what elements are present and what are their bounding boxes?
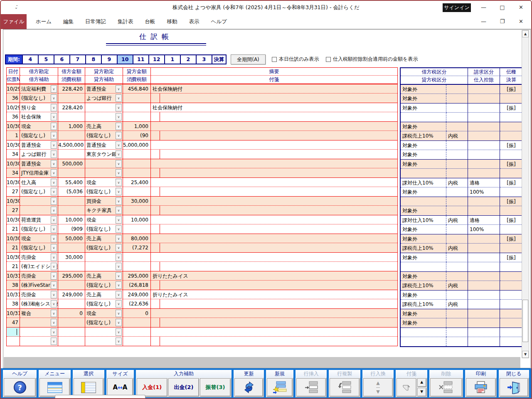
cell-tag[interactable] xyxy=(151,187,397,196)
journal-row[interactable]: 10/30 ∨ 買掛金∨ 30,000 27 ∨ キクチ家具∨ xyxy=(7,197,397,215)
cell-date[interactable]: 10/30 xyxy=(7,159,20,168)
dropdown-arrow-icon[interactable]: ∨ xyxy=(51,188,57,195)
cell-debit-account[interactable]: 複合∨ xyxy=(20,309,58,318)
cell-summary[interactable] xyxy=(151,178,397,187)
dropdown-arrow-icon[interactable]: ∨ xyxy=(51,160,57,167)
dropdown-arrow-icon[interactable]: ∨ xyxy=(51,132,57,139)
cell-debit-tax-class[interactable]: 対象外 xyxy=(401,291,446,300)
cell-debit-tax-class[interactable]: 対象外 xyxy=(401,141,446,150)
cell-date[interactable]: 10/30 xyxy=(7,234,20,243)
cell-debit-sub[interactable]: (指定なし)∨ xyxy=(20,243,58,252)
cell-debit-sub[interactable]: ∨ xyxy=(20,206,58,215)
cell-debit-tax[interactable] xyxy=(58,206,85,215)
dropdown-arrow-icon[interactable]: ∨ xyxy=(116,94,122,102)
menu-item-view[interactable]: 表示 xyxy=(183,18,205,25)
journal-row[interactable]: 10/31 複合∨ 0 現金∨ 0 47 ∨ (指定なし)∨ xyxy=(7,309,397,328)
cell-debit-tax[interactable] xyxy=(58,337,85,346)
cell-tag[interactable] xyxy=(151,243,397,252)
signin-button[interactable]: サインイン xyxy=(443,3,471,12)
tag-button[interactable] xyxy=(397,378,416,397)
period-tab-5[interactable]: 5 xyxy=(38,55,54,64)
cell-debit-account[interactable]: ∨ xyxy=(20,197,58,206)
cell-credit-sub[interactable]: ∨ xyxy=(85,112,123,121)
dropdown-arrow-icon[interactable]: ∨ xyxy=(116,291,122,298)
cell-date[interactable]: 10/30 xyxy=(7,215,20,224)
cell-credit-sub[interactable]: (指定なし)∨ xyxy=(85,318,123,327)
cell-voucher-no[interactable]: 36 xyxy=(7,112,20,121)
cell-credit-sub[interactable]: ∨ xyxy=(85,262,123,271)
journal-row[interactable]: 10/29 法定福利費∨ 228,420 普通預金∨ 456,840 社会保険納… xyxy=(7,84,397,103)
cell-debit-sub[interactable]: (株)湘南システム∨ xyxy=(20,299,58,308)
cell-invoice-class[interactable] xyxy=(468,103,500,113)
cell-purchase-deduction[interactable] xyxy=(468,281,500,290)
period-tab-3[interactable]: 3 xyxy=(196,55,212,64)
menu-item-help[interactable]: ヘルプ xyxy=(205,18,233,25)
cell-credit-sub[interactable]: ∨ xyxy=(85,168,123,177)
cell-debit-account[interactable]: 仕入高∨ xyxy=(20,178,58,187)
cell-voucher-no[interactable]: 21 xyxy=(7,243,20,252)
dropdown-arrow-icon[interactable]: ∨ xyxy=(116,319,122,326)
cell-credit-tax[interactable] xyxy=(123,168,151,177)
dropdown-arrow-icon[interactable]: ∨ xyxy=(116,123,122,130)
dropdown-arrow-icon[interactable]: ∨ xyxy=(116,225,122,233)
cell-invoice-class[interactable] xyxy=(468,122,500,131)
cell-debit-sub[interactable]: (指定なし)∨ xyxy=(20,187,58,196)
dropdown-arrow-icon[interactable]: ∨ xyxy=(51,328,57,336)
cell-credit-account[interactable]: 現金∨ xyxy=(85,178,123,187)
cell-tag[interactable] xyxy=(151,206,397,215)
close-button[interactable]: ✕ xyxy=(512,1,530,14)
dropdown-arrow-icon[interactable]: ∨ xyxy=(116,169,122,177)
cell-debit-tax[interactable] xyxy=(58,150,85,159)
cell-credit-tax[interactable] xyxy=(123,262,151,271)
cell-date[interactable]: 10/31 xyxy=(7,271,20,281)
cell-credit-sub[interactable]: (指定なし)∨ xyxy=(85,131,123,140)
cell-tag[interactable] xyxy=(151,224,397,234)
cell-voucher-no[interactable]: 47 xyxy=(7,318,20,327)
cell-credit-amount[interactable] xyxy=(123,159,151,168)
tax-row[interactable]: 対象外 [振] 対象外 xyxy=(401,141,522,160)
cell-invoice-class[interactable] xyxy=(468,272,500,281)
cell-debit-sub[interactable]: (指定なし)∨ xyxy=(20,131,58,140)
period-tab-7[interactable]: 7 xyxy=(69,55,85,64)
dropdown-arrow-icon[interactable]: ∨ xyxy=(116,244,122,251)
dropdown-arrow-icon[interactable]: ∨ xyxy=(116,235,122,242)
dropdown-arrow-icon[interactable]: ∨ xyxy=(51,319,57,326)
cell-debit-amount[interactable]: 30,000 xyxy=(58,253,85,262)
dropdown-arrow-icon[interactable]: ∨ xyxy=(51,94,57,102)
cell-debit-tax[interactable] xyxy=(58,168,85,177)
dropdown-arrow-icon[interactable]: ∨ xyxy=(116,263,122,270)
period-tab-8[interactable]: 8 xyxy=(85,55,101,64)
cell-credit-tax-class[interactable] xyxy=(401,262,446,271)
cell-purchase-deduction[interactable] xyxy=(468,206,500,215)
dropdown-arrow-icon[interactable]: ∨ xyxy=(51,300,57,308)
cell-summary[interactable] xyxy=(151,122,397,131)
cell-debit-sub[interactable]: よつば銀行∨ xyxy=(20,150,58,159)
child-close-button[interactable]: ✕ xyxy=(512,14,530,29)
scrollbar-thumb[interactable] xyxy=(522,300,528,342)
cell-tag[interactable] xyxy=(151,131,397,140)
all-period-button[interactable]: 全期間(A) xyxy=(231,54,266,64)
cell-debit-tax[interactable] xyxy=(58,281,85,290)
scrollbar-up-icon[interactable]: ▲ xyxy=(522,30,529,37)
cell-debit-amount[interactable]: 0 xyxy=(58,309,85,318)
cell-debit-account[interactable]: 売掛金∨ xyxy=(20,271,58,281)
cell-credit-tax-class[interactable]: 対象外 xyxy=(401,150,446,159)
cell-debit-account[interactable]: 売掛金∨ xyxy=(20,290,58,299)
cell-invoice-class[interactable] xyxy=(468,160,500,169)
cell-credit-tax-class[interactable]: 課税売上10% xyxy=(401,300,446,309)
withdrawal-button[interactable]: 出金(2) xyxy=(168,378,199,397)
cell-date[interactable]: 10/30 xyxy=(7,178,20,187)
cell-credit-account[interactable]: ∨ xyxy=(85,253,123,262)
insert-row-button[interactable] xyxy=(296,378,326,397)
cell-credit-tax-class[interactable]: 対象外 xyxy=(401,318,446,328)
file-tab[interactable]: ファイル xyxy=(1,14,27,29)
cell-debit-amount[interactable]: 228,420 xyxy=(58,84,85,94)
dropdown-arrow-icon[interactable]: ∨ xyxy=(116,132,122,139)
cell-credit-account[interactable]: 普通預金∨ xyxy=(85,84,123,94)
dropdown-arrow-icon[interactable]: ∨ xyxy=(51,272,57,280)
cell-debit-account[interactable]: 法定福利費∨ xyxy=(20,84,58,94)
cell-debit-tax[interactable] xyxy=(58,94,85,103)
cell-invoice-class[interactable] xyxy=(468,253,500,262)
dropdown-arrow-icon[interactable]: ∨ xyxy=(116,179,122,186)
cell-debit-tax[interactable]: (5,036 xyxy=(58,187,85,196)
